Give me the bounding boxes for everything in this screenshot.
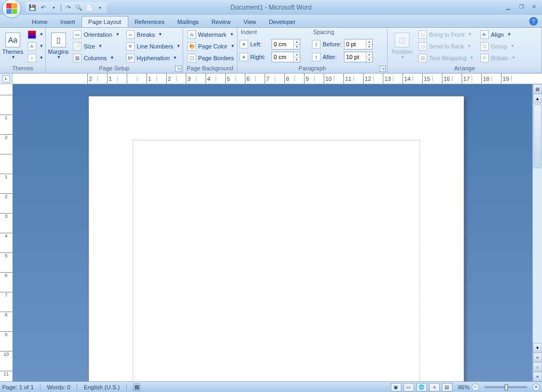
orientation-button[interactable]: ▭Orientation▼	[71, 29, 122, 40]
colors-icon	[28, 30, 36, 39]
space-before-input[interactable]: 0 pt▲▼	[344, 39, 373, 50]
next-page-button[interactable]: »	[533, 372, 542, 381]
spin-down-icon[interactable]: ▼	[294, 58, 300, 62]
line-numbers-button[interactable]: #Line Numbers▼	[124, 40, 183, 52]
themes-label: Themes	[2, 48, 23, 55]
margins-button[interactable]: ▯ Margins ▼	[48, 29, 69, 63]
tab-mailings[interactable]: Mailings	[171, 17, 205, 27]
spin-up-icon[interactable]: ▲	[294, 52, 300, 58]
spin-up-icon[interactable]: ▲	[366, 52, 372, 58]
bring-to-front-button: ◱Bring to Front▼	[416, 29, 476, 40]
chevron-down-icon: ▼	[11, 55, 15, 60]
zoom-in-button[interactable]: +	[532, 383, 540, 391]
theme-fonts-button[interactable]: A▼	[26, 40, 46, 52]
horizontal-ruler[interactable]: 2112345678910111213141516171819	[13, 74, 542, 84]
scroll-down-button[interactable]: ▼	[533, 343, 542, 353]
tab-review[interactable]: Review	[205, 17, 237, 27]
tab-view[interactable]: View	[237, 17, 262, 27]
zoom-slider[interactable]	[484, 386, 527, 388]
bring-front-icon: ◱	[418, 30, 427, 39]
spin-down-icon[interactable]: ▼	[366, 58, 372, 62]
scroll-up-button[interactable]: ▲	[533, 94, 542, 103]
page[interactable]	[88, 96, 464, 381]
status-words[interactable]: Words: 0	[47, 384, 70, 390]
hyphenation-button[interactable]: bªHyphenation▼	[124, 52, 183, 63]
scroll-track[interactable]	[533, 103, 542, 343]
tab-developer[interactable]: Developer	[262, 17, 302, 27]
page-setup-launcher[interactable]: ↘	[175, 66, 182, 72]
position-icon: ◫	[395, 32, 409, 47]
scroll-thumb[interactable]	[533, 104, 541, 168]
ribbon-tabs: Home Insert Page Layout References Maili…	[0, 15, 542, 28]
zoom-level[interactable]: 86%	[458, 384, 470, 390]
vertical-ruler[interactable]: 1212345678910111213	[0, 84, 13, 381]
indent-right-input[interactable]: 0 cm▲▼	[272, 52, 300, 62]
themes-button[interactable]: Aa Themes ▼	[2, 29, 23, 63]
tab-page-layout[interactable]: Page Layout	[81, 16, 128, 27]
tab-references[interactable]: References	[128, 17, 171, 27]
indent-left-input[interactable]: 0 cm▲▼	[272, 39, 300, 50]
orientation-icon: ▭	[73, 30, 81, 39]
save-icon[interactable]: 💾	[28, 3, 37, 12]
theme-effects-button[interactable]: ○▼	[26, 52, 46, 63]
undo-dropdown-icon[interactable]: ▼	[49, 3, 59, 12]
qat-customize-icon[interactable]: ▼	[95, 3, 105, 12]
spin-down-icon[interactable]: ▼	[366, 45, 372, 50]
undo-icon[interactable]: ↶	[38, 3, 48, 12]
size-icon: 📄	[73, 42, 81, 51]
vertical-scrollbar: ▤ ▲ ▼ « ○ »	[532, 84, 542, 381]
outline-view-button[interactable]: ≡	[429, 383, 440, 391]
space-after-input[interactable]: 10 pt▲▼	[344, 52, 373, 62]
status-language[interactable]: English (U.S.)	[84, 384, 120, 390]
print-layout-view-button[interactable]: ▣	[391, 383, 401, 391]
web-layout-view-button[interactable]: 🌐	[416, 383, 427, 391]
breaks-button[interactable]: ═Breaks▼	[124, 29, 183, 40]
macro-record-icon[interactable]: ▦	[133, 383, 141, 391]
prev-page-button[interactable]: «	[533, 353, 542, 362]
document-canvas[interactable]	[13, 84, 532, 381]
ruler-toggle-button[interactable]: ▤	[533, 84, 542, 94]
tab-home[interactable]: Home	[26, 17, 54, 27]
before-label: Before:	[323, 41, 342, 47]
align-icon: ⊫	[480, 30, 489, 39]
redo-icon[interactable]: ↷	[63, 3, 73, 12]
columns-icon: ▥	[73, 54, 81, 62]
spin-down-icon[interactable]: ▼	[294, 45, 300, 50]
help-icon[interactable]: ?	[529, 17, 538, 26]
window-title: Document1 - Microsoft Word	[231, 4, 312, 11]
tab-selector[interactable]: L	[0, 74, 13, 84]
minimize-button[interactable]: ▁	[504, 2, 513, 11]
browse-object-button[interactable]: ○	[533, 362, 542, 372]
zoom-thumb[interactable]	[505, 384, 508, 390]
print-preview-icon[interactable]: 🔍	[74, 3, 84, 12]
ribbon: Aa Themes ▼ ▼ A▼ ○▼ Themes ▯ Margins ▼ ▭…	[0, 28, 542, 74]
spin-up-icon[interactable]: ▲	[366, 39, 372, 45]
zoom-out-button[interactable]: −	[472, 383, 479, 391]
hyphenation-icon: bª	[126, 54, 135, 62]
size-button[interactable]: 📄Size▼	[71, 40, 122, 52]
columns-button[interactable]: ▥Columns▼	[71, 52, 122, 63]
margins-label: Margins	[48, 48, 69, 55]
spacing-header: Spacing	[312, 29, 384, 37]
fonts-icon: A	[28, 42, 36, 51]
align-button[interactable]: ⊫Align▼	[478, 29, 518, 40]
page-borders-button[interactable]: ▢Page Borders	[185, 52, 237, 63]
chevron-down-icon: ▼	[57, 55, 61, 60]
close-button[interactable]: ✕	[529, 2, 539, 11]
watermark-button[interactable]: AWatermark▼	[185, 29, 237, 40]
new-doc-icon[interactable]: 📄	[85, 3, 94, 12]
restore-button[interactable]: ❐	[516, 2, 526, 11]
full-screen-view-button[interactable]: ▭	[404, 383, 414, 391]
tab-insert[interactable]: Insert	[54, 17, 81, 27]
indent-left-icon: ≡	[240, 40, 248, 48]
position-label: Position	[391, 48, 412, 55]
indent-right-icon: ≡	[240, 53, 248, 61]
spin-up-icon[interactable]: ▲	[294, 39, 300, 45]
theme-colors-button[interactable]: ▼	[26, 29, 46, 40]
draft-view-button[interactable]: ▤	[442, 383, 453, 391]
paragraph-launcher[interactable]: ↘	[380, 66, 386, 72]
status-page[interactable]: Page: 1 of 1	[2, 384, 34, 390]
office-logo-icon	[6, 3, 17, 14]
page-color-button[interactable]: 🎨Page Color▼	[185, 40, 237, 52]
rotate-icon: ⟳	[480, 54, 489, 62]
